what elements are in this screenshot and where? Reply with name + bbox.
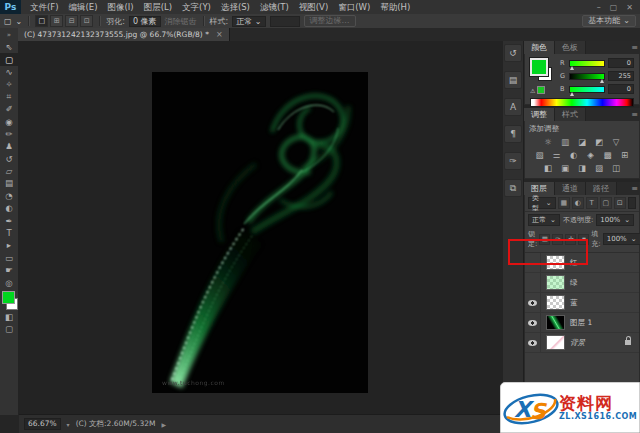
menu-edit[interactable]: 编辑(E) [64, 0, 103, 14]
close-icon[interactable]: ✕ [626, 3, 633, 12]
menu-view[interactable]: 视图(V) [294, 0, 333, 14]
panel-foreground-swatch[interactable] [530, 58, 548, 76]
menu-select[interactable]: 选择(S) [216, 0, 255, 14]
green-slider[interactable] [569, 73, 605, 80]
blend-mode-select[interactable]: 正常⌄ [528, 214, 560, 226]
type-tool-icon[interactable]: T [0, 227, 18, 239]
workspace-switcher[interactable]: 基本功能⌄ [582, 15, 636, 27]
layer-thumbnail[interactable] [546, 295, 565, 310]
layer-thumbnail[interactable] [546, 275, 565, 290]
paragraph-panel-icon[interactable]: ¶ [504, 125, 522, 143]
crop-tool-icon[interactable]: ⌗ [0, 91, 18, 103]
layer-row-blue[interactable]: 蓝 [525, 293, 639, 313]
layer-thumbnail[interactable] [546, 335, 565, 350]
filter-shape-layers-icon[interactable]: ▢ [600, 197, 612, 209]
filter-adjustment-layers-icon[interactable]: ◐ [572, 197, 584, 209]
visibility-toggle[interactable] [525, 293, 541, 312]
properties-panel-icon[interactable]: ▤ [504, 71, 522, 89]
hand-tool-icon[interactable]: ☛ [0, 264, 18, 276]
adj-vibrance-icon[interactable]: ▽ [610, 136, 623, 147]
menu-filter[interactable]: 滤镜(T) [255, 0, 294, 14]
zoom-level-input[interactable]: 66.67% [24, 418, 61, 430]
tab-adjustments[interactable]: 调整 [524, 108, 555, 121]
red-value-input[interactable]: 0 [608, 58, 634, 68]
minimize-icon[interactable]: – [597, 3, 601, 12]
status-expand-icon[interactable]: ▶ [162, 421, 167, 428]
menu-type[interactable]: 文字(Y) [177, 0, 216, 14]
new-selection-icon[interactable]: □ [35, 15, 48, 27]
character-panel-icon[interactable]: A [504, 98, 522, 116]
document-tab[interactable]: (C) 473731242132373555.jpg @ 66.7%(RGB/8… [18, 28, 230, 41]
adj-posterize-icon[interactable]: ▣ [559, 162, 572, 173]
tab-close-icon[interactable]: × [216, 30, 223, 39]
gamut-warning[interactable]: ⚠ [530, 86, 545, 94]
rectangular-marquee-tool-icon[interactable]: ▢ [0, 53, 18, 65]
toolbar-collapse-icon[interactable]: » [0, 28, 18, 41]
adj-color-lookup-icon[interactable]: ⊞ [618, 149, 631, 160]
filter-kind-select[interactable]: 类型⌄ [528, 197, 556, 209]
adj-selective-color-icon[interactable]: ▨ [593, 162, 606, 173]
maximize-icon[interactable]: ▢ [610, 3, 618, 12]
layer-row-layer1[interactable]: 图层 1 [525, 313, 639, 333]
pen-tool-icon[interactable]: ✒ [0, 214, 18, 226]
layer-filter-toggle[interactable] [628, 197, 636, 209]
gradient-tool-icon[interactable]: ▤ [0, 177, 18, 189]
antialias-checkbox-label[interactable]: 消除锯齿 [165, 16, 197, 27]
layer-thumbnail[interactable] [546, 315, 565, 330]
blue-slider[interactable] [569, 86, 605, 93]
menu-file[interactable]: 文件(F) [25, 0, 64, 14]
color-spectrum-bar[interactable] [530, 98, 634, 107]
panel-menu-icon[interactable]: ≡ [631, 184, 638, 193]
adj-curves-icon[interactable]: ◪ [576, 136, 589, 147]
layer-name[interactable]: 图层 1 [570, 318, 592, 328]
adj-photo-filter-icon[interactable]: ◈ [584, 149, 597, 160]
eyedropper-tool-icon[interactable]: ✐ [0, 103, 18, 115]
add-to-selection-icon[interactable]: ⊞ [50, 15, 63, 27]
clone-source-panel-icon[interactable]: ⧉ [504, 179, 522, 197]
blur-tool-icon[interactable]: ◔ [0, 190, 18, 202]
adj-invert-icon[interactable]: ◧ [542, 162, 555, 173]
path-selection-tool-icon[interactable]: ▸ [0, 239, 18, 251]
layer-row-background[interactable]: 背景 [525, 333, 639, 353]
marquee-tool-preset-icon[interactable]: ▢ [4, 17, 12, 26]
panel-menu-icon[interactable]: ≡ [631, 110, 638, 119]
adj-threshold-icon[interactable]: ◨ [576, 162, 589, 173]
intersect-selection-icon[interactable]: ⊡ [80, 15, 93, 27]
green-value-input[interactable]: 255 [608, 71, 634, 81]
adj-gradient-map-icon[interactable]: ◫ [610, 162, 623, 173]
tab-channels[interactable]: 通道 [555, 182, 586, 195]
feather-input[interactable]: 0 像素 [129, 16, 161, 27]
lasso-tool-icon[interactable]: ∿ [0, 66, 18, 78]
layer-row-green[interactable]: 绿 [525, 273, 639, 293]
rectangle-tool-icon[interactable]: ▭ [0, 252, 18, 264]
quick-selection-tool-icon[interactable]: ✧ [0, 78, 18, 90]
document-image[interactable]: www.tuchong.com [152, 72, 368, 393]
history-brush-tool-icon[interactable]: ↺ [0, 153, 18, 165]
clone-stamp-tool-icon[interactable]: ♟ [0, 140, 18, 152]
adj-channel-mixer-icon[interactable]: ▩ [601, 149, 614, 160]
healing-brush-tool-icon[interactable]: ◉ [0, 115, 18, 127]
tab-paths[interactable]: 路径 [586, 182, 617, 195]
layer-name[interactable]: 蓝 [570, 298, 578, 308]
layer-name[interactable]: 绿 [570, 278, 578, 288]
subtract-from-selection-icon[interactable]: ⊟ [65, 15, 78, 27]
dodge-tool-icon[interactable]: ◐ [0, 202, 18, 214]
menu-window[interactable]: 窗口(W) [333, 0, 375, 14]
fill-input[interactable]: 100%⌄ [603, 233, 640, 245]
brush-panel-icon[interactable]: ✑ [504, 152, 522, 170]
menu-help[interactable]: 帮助(H) [375, 0, 415, 14]
foreground-color-swatch[interactable] [2, 291, 15, 304]
visibility-toggle[interactable] [525, 273, 541, 292]
filter-type-layers-icon[interactable]: T [586, 197, 598, 209]
style-select[interactable]: 正常 ⌄ [232, 16, 265, 27]
adj-color-balance-icon[interactable]: ⚌ [550, 149, 563, 160]
red-slider[interactable] [569, 60, 605, 67]
layer-name[interactable]: 背景 [570, 338, 585, 348]
tab-color[interactable]: 颜色 [524, 41, 555, 54]
canvas-area[interactable]: www.tuchong.com [19, 41, 503, 415]
menu-layer[interactable]: 图层(L) [139, 0, 177, 14]
tab-swatches[interactable]: 色板 [555, 41, 586, 54]
history-panel-icon[interactable]: ↺ [504, 44, 522, 62]
adj-levels-icon[interactable]: ▥ [559, 136, 572, 147]
panel-menu-icon[interactable]: ≡ [631, 43, 638, 52]
